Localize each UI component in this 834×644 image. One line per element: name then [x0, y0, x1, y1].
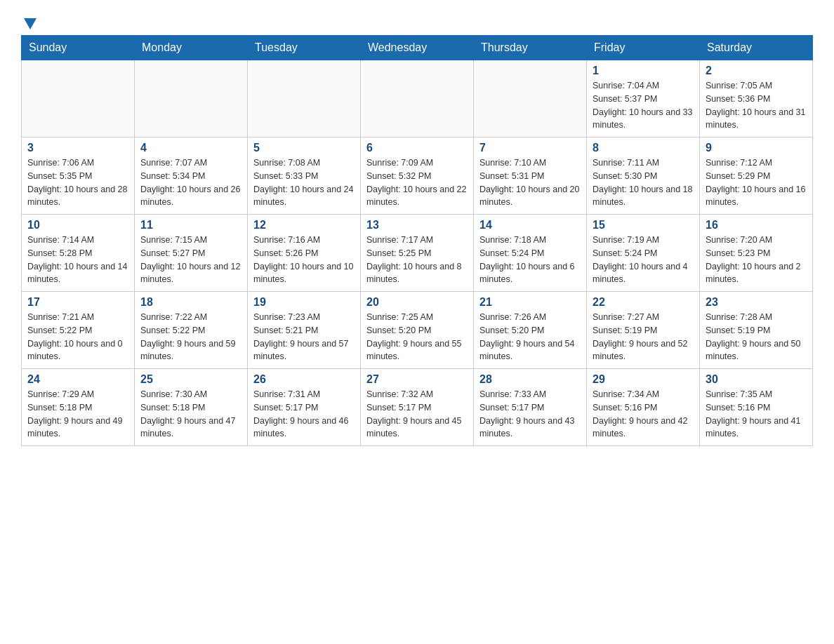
calendar-cell: 29Sunrise: 7:34 AMSunset: 5:16 PMDayligh… — [587, 369, 700, 446]
calendar-cell: 13Sunrise: 7:17 AMSunset: 5:25 PMDayligh… — [361, 215, 474, 292]
day-info: Sunrise: 7:35 AMSunset: 5:16 PMDaylight:… — [706, 388, 807, 441]
calendar-cell: 9Sunrise: 7:12 AMSunset: 5:29 PMDaylight… — [700, 137, 813, 215]
day-number: 29 — [593, 373, 694, 386]
calendar-week-row: 10Sunrise: 7:14 AMSunset: 5:28 PMDayligh… — [22, 215, 813, 292]
calendar-cell: 4Sunrise: 7:07 AMSunset: 5:34 PMDaylight… — [135, 137, 248, 215]
day-number: 7 — [479, 142, 581, 154]
calendar-cell — [22, 60, 135, 137]
calendar-cell: 18Sunrise: 7:22 AMSunset: 5:22 PMDayligh… — [135, 292, 248, 369]
day-number: 20 — [366, 296, 468, 309]
calendar-cell: 21Sunrise: 7:26 AMSunset: 5:20 PMDayligh… — [474, 292, 587, 369]
calendar-cell: 15Sunrise: 7:19 AMSunset: 5:24 PMDayligh… — [587, 215, 700, 292]
calendar-header-saturday: Saturday — [700, 36, 813, 60]
calendar-cell: 27Sunrise: 7:32 AMSunset: 5:17 PMDayligh… — [361, 369, 474, 446]
day-number: 9 — [706, 142, 807, 154]
day-info: Sunrise: 7:17 AMSunset: 5:25 PMDaylight:… — [366, 234, 468, 286]
day-number: 4 — [140, 142, 241, 154]
day-info: Sunrise: 7:11 AMSunset: 5:30 PMDaylight:… — [593, 156, 694, 209]
day-info: Sunrise: 7:27 AMSunset: 5:19 PMDaylight:… — [593, 311, 694, 363]
day-number: 17 — [27, 296, 128, 309]
day-number: 2 — [706, 65, 807, 77]
day-info: Sunrise: 7:33 AMSunset: 5:17 PMDaylight:… — [479, 388, 581, 441]
day-info: Sunrise: 7:34 AMSunset: 5:16 PMDaylight:… — [593, 388, 694, 441]
day-info: Sunrise: 7:07 AMSunset: 5:34 PMDaylight:… — [140, 156, 241, 209]
day-info: Sunrise: 7:09 AMSunset: 5:32 PMDaylight:… — [366, 156, 468, 209]
day-number: 18 — [140, 296, 241, 309]
day-info: Sunrise: 7:31 AMSunset: 5:17 PMDaylight:… — [253, 388, 355, 441]
day-number: 24 — [27, 373, 128, 386]
calendar-cell — [361, 60, 474, 137]
calendar-cell: 24Sunrise: 7:29 AMSunset: 5:18 PMDayligh… — [22, 369, 135, 446]
day-number: 13 — [366, 219, 468, 232]
calendar-cell: 19Sunrise: 7:23 AMSunset: 5:21 PMDayligh… — [248, 292, 361, 369]
calendar-cell: 12Sunrise: 7:16 AMSunset: 5:26 PMDayligh… — [248, 215, 361, 292]
day-number: 6 — [366, 142, 468, 154]
day-number: 11 — [140, 219, 241, 232]
calendar-week-row: 1Sunrise: 7:04 AMSunset: 5:37 PMDaylight… — [22, 60, 813, 137]
calendar-week-row: 17Sunrise: 7:21 AMSunset: 5:22 PMDayligh… — [22, 292, 813, 369]
svg-marker-0 — [24, 18, 37, 29]
calendar-cell — [248, 60, 361, 137]
day-info: Sunrise: 7:08 AMSunset: 5:33 PMDaylight:… — [253, 156, 355, 209]
day-number: 10 — [27, 219, 128, 232]
logo — [21, 14, 38, 28]
day-info: Sunrise: 7:15 AMSunset: 5:27 PMDaylight:… — [140, 234, 241, 286]
day-info: Sunrise: 7:10 AMSunset: 5:31 PMDaylight:… — [479, 156, 581, 209]
day-number: 15 — [593, 219, 694, 232]
day-number: 22 — [593, 296, 694, 309]
calendar-week-row: 3Sunrise: 7:06 AMSunset: 5:35 PMDaylight… — [22, 137, 813, 215]
day-number: 8 — [593, 142, 694, 154]
day-number: 19 — [253, 296, 355, 309]
day-info: Sunrise: 7:19 AMSunset: 5:24 PMDaylight:… — [593, 234, 694, 286]
calendar-header-tuesday: Tuesday — [248, 36, 361, 60]
day-info: Sunrise: 7:05 AMSunset: 5:36 PMDaylight:… — [706, 79, 807, 132]
calendar-cell: 17Sunrise: 7:21 AMSunset: 5:22 PMDayligh… — [22, 292, 135, 369]
calendar-cell: 28Sunrise: 7:33 AMSunset: 5:17 PMDayligh… — [474, 369, 587, 446]
day-info: Sunrise: 7:22 AMSunset: 5:22 PMDaylight:… — [140, 311, 241, 363]
day-number: 30 — [706, 373, 807, 386]
day-number: 12 — [253, 219, 355, 232]
calendar-cell: 26Sunrise: 7:31 AMSunset: 5:17 PMDayligh… — [248, 369, 361, 446]
day-info: Sunrise: 7:16 AMSunset: 5:26 PMDaylight:… — [253, 234, 355, 286]
calendar-cell: 14Sunrise: 7:18 AMSunset: 5:24 PMDayligh… — [474, 215, 587, 292]
calendar-header-monday: Monday — [135, 36, 248, 60]
calendar-cell: 7Sunrise: 7:10 AMSunset: 5:31 PMDaylight… — [474, 137, 587, 215]
day-info: Sunrise: 7:23 AMSunset: 5:21 PMDaylight:… — [253, 311, 355, 363]
day-info: Sunrise: 7:20 AMSunset: 5:23 PMDaylight:… — [706, 234, 807, 286]
calendar-header-sunday: Sunday — [22, 36, 135, 60]
day-info: Sunrise: 7:18 AMSunset: 5:24 PMDaylight:… — [479, 234, 581, 286]
calendar-cell — [135, 60, 248, 137]
calendar-cell: 30Sunrise: 7:35 AMSunset: 5:16 PMDayligh… — [700, 369, 813, 446]
calendar-header-row: SundayMondayTuesdayWednesdayThursdayFrid… — [22, 36, 813, 60]
day-number: 3 — [27, 142, 128, 154]
day-info: Sunrise: 7:06 AMSunset: 5:35 PMDaylight:… — [27, 156, 128, 209]
calendar-table: SundayMondayTuesdayWednesdayThursdayFrid… — [21, 35, 813, 446]
calendar-header-friday: Friday — [587, 36, 700, 60]
day-info: Sunrise: 7:26 AMSunset: 5:20 PMDaylight:… — [479, 311, 581, 363]
day-info: Sunrise: 7:30 AMSunset: 5:18 PMDaylight:… — [140, 388, 241, 441]
day-info: Sunrise: 7:04 AMSunset: 5:37 PMDaylight:… — [593, 79, 694, 132]
page-header — [21, 14, 813, 28]
day-info: Sunrise: 7:12 AMSunset: 5:29 PMDaylight:… — [706, 156, 807, 209]
calendar-cell: 25Sunrise: 7:30 AMSunset: 5:18 PMDayligh… — [135, 369, 248, 446]
calendar-cell: 8Sunrise: 7:11 AMSunset: 5:30 PMDaylight… — [587, 137, 700, 215]
day-number: 28 — [479, 373, 581, 386]
day-info: Sunrise: 7:21 AMSunset: 5:22 PMDaylight:… — [27, 311, 128, 363]
day-info: Sunrise: 7:28 AMSunset: 5:19 PMDaylight:… — [706, 311, 807, 363]
day-number: 26 — [253, 373, 355, 386]
logo-triangle-icon — [22, 15, 38, 31]
calendar-cell: 2Sunrise: 7:05 AMSunset: 5:36 PMDaylight… — [700, 60, 813, 137]
day-info: Sunrise: 7:25 AMSunset: 5:20 PMDaylight:… — [366, 311, 468, 363]
calendar-cell: 1Sunrise: 7:04 AMSunset: 5:37 PMDaylight… — [587, 60, 700, 137]
calendar-cell: 11Sunrise: 7:15 AMSunset: 5:27 PMDayligh… — [135, 215, 248, 292]
calendar-cell: 16Sunrise: 7:20 AMSunset: 5:23 PMDayligh… — [700, 215, 813, 292]
day-number: 16 — [706, 219, 807, 232]
day-info: Sunrise: 7:14 AMSunset: 5:28 PMDaylight:… — [27, 234, 128, 286]
day-number: 25 — [140, 373, 241, 386]
calendar-cell: 3Sunrise: 7:06 AMSunset: 5:35 PMDaylight… — [22, 137, 135, 215]
calendar-week-row: 24Sunrise: 7:29 AMSunset: 5:18 PMDayligh… — [22, 369, 813, 446]
calendar-cell: 23Sunrise: 7:28 AMSunset: 5:19 PMDayligh… — [700, 292, 813, 369]
calendar-cell: 20Sunrise: 7:25 AMSunset: 5:20 PMDayligh… — [361, 292, 474, 369]
day-number: 14 — [479, 219, 581, 232]
day-number: 27 — [366, 373, 468, 386]
